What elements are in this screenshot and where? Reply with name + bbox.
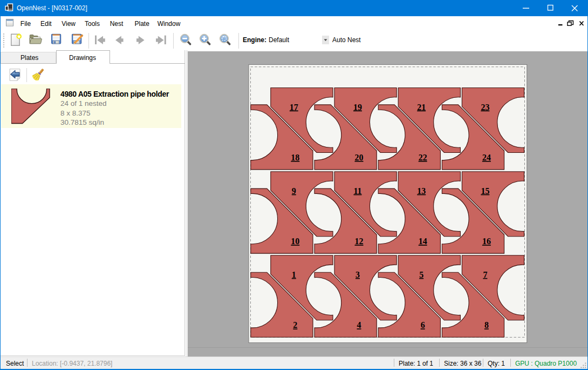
svg-text:17: 17 <box>290 103 298 112</box>
svg-text:6: 6 <box>421 320 425 329</box>
svg-text:8: 8 <box>484 320 489 329</box>
svg-text:23: 23 <box>481 103 489 112</box>
svg-text:14: 14 <box>419 237 427 246</box>
svg-text:16: 16 <box>482 237 491 246</box>
svg-text:22: 22 <box>419 153 427 162</box>
svg-text:2: 2 <box>293 320 297 329</box>
svg-text:18: 18 <box>291 153 299 162</box>
svg-text:19: 19 <box>353 103 362 112</box>
svg-text:10: 10 <box>291 237 299 246</box>
svg-text:15: 15 <box>481 186 489 196</box>
svg-text:20: 20 <box>355 153 364 162</box>
svg-text:1: 1 <box>292 270 296 279</box>
svg-text:3: 3 <box>355 270 360 279</box>
svg-text:24: 24 <box>482 153 491 162</box>
svg-text:12: 12 <box>355 237 364 246</box>
svg-text:11: 11 <box>353 186 361 196</box>
svg-text:7: 7 <box>483 270 487 279</box>
svg-text:4: 4 <box>357 320 361 329</box>
svg-text:5: 5 <box>419 270 423 279</box>
svg-text:21: 21 <box>417 103 426 112</box>
svg-text:9: 9 <box>292 186 296 196</box>
svg-text:13: 13 <box>417 186 426 196</box>
